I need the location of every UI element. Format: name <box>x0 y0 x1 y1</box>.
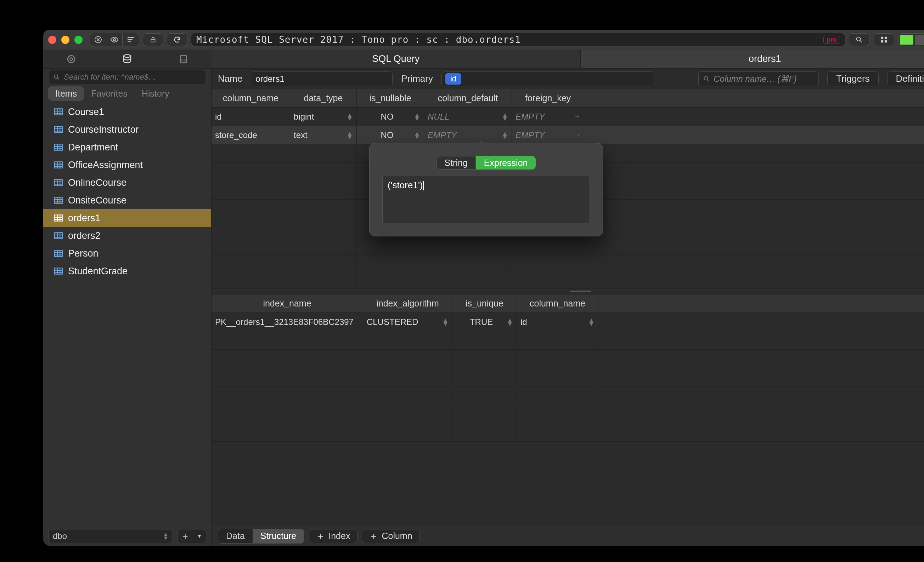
header-column-name[interactable]: column_name <box>212 89 290 107</box>
header-column-default[interactable]: column_default <box>424 89 512 107</box>
sidebar-search-input[interactable] <box>64 73 201 82</box>
sidebar-item-onlinecourse[interactable]: OnlineCourse <box>43 174 211 191</box>
sidebar-item-course1[interactable]: Course1 <box>43 103 211 121</box>
header-index-column[interactable]: column_name <box>517 294 598 312</box>
sidebar-item-officeassignment[interactable]: OfficeAssignment <box>43 156 211 174</box>
cell-column-default[interactable]: NULL▲▼ <box>424 108 512 126</box>
refresh-icon[interactable] <box>167 33 188 46</box>
table-icon <box>54 214 63 222</box>
sql-file-icon[interactable]: SQL <box>156 49 212 68</box>
triggers-button[interactable]: Triggers <box>827 72 878 86</box>
close-window-button[interactable] <box>48 36 56 44</box>
add-table-dropdown[interactable]: ▼ <box>193 529 206 543</box>
sidebar-item-orders2[interactable]: orders2 <box>43 227 211 245</box>
popover-expression-textarea[interactable]: ('store1') <box>382 176 590 223</box>
cell-is-nullable[interactable]: NO▲▼ <box>357 108 424 126</box>
primary-key-field[interactable]: id <box>441 72 654 86</box>
table-icon <box>54 108 63 116</box>
cell-foreign-key[interactable]: EMPTY→ <box>512 126 584 144</box>
sidebar-item-onsitecourse[interactable]: OnsiteCourse <box>43 191 211 209</box>
stepper-icon[interactable]: ▲▼ <box>502 113 508 120</box>
sidebar-tab-history[interactable]: History <box>135 86 177 101</box>
left-panel-toggle[interactable] <box>900 35 914 45</box>
pane-splitter[interactable] <box>212 288 924 294</box>
database-icon[interactable] <box>99 49 155 68</box>
lines-icon[interactable] <box>123 33 139 46</box>
sidebar-tab-favorites[interactable]: Favorites <box>84 86 135 101</box>
column-row[interactable]: idbigint▲▼NO▲▼NULL▲▼EMPTY→ <box>212 108 924 126</box>
svg-point-12 <box>70 58 73 61</box>
sidebar-tab-items[interactable]: Items <box>48 86 84 101</box>
path-bar[interactable]: Microsoft SQL Server 2017 : Tono pro : s… <box>191 33 845 46</box>
definition-button[interactable]: Definition <box>887 72 924 86</box>
cell-data-type[interactable]: text▲▼ <box>290 126 357 144</box>
header-foreign-key[interactable]: foreign_key <box>512 89 584 107</box>
cell-column-name[interactable]: store_code <box>212 126 290 144</box>
sidebar-item-person[interactable]: Person <box>43 245 211 262</box>
cell-is-unique[interactable]: TRUE▲▼ <box>452 313 517 331</box>
segment-structure[interactable]: Structure <box>253 529 304 543</box>
popover-tab-expression[interactable]: Expression <box>476 156 536 169</box>
cell-column-name[interactable]: id <box>212 108 290 126</box>
tab-orders1[interactable]: orders1 <box>581 49 924 68</box>
stepper-icon[interactable]: ▲▼ <box>442 318 448 326</box>
svg-rect-17 <box>54 109 62 115</box>
eye-icon[interactable] <box>106 33 123 46</box>
subheader: SQL SQL Query orders1 <box>43 49 924 69</box>
add-index-button[interactable]: ＋Index <box>309 529 357 543</box>
sidebar-list: Course1CourseInstructorDepartmentOfficeA… <box>43 101 211 526</box>
cell-column-default[interactable]: EMPTY▲▼ <box>424 126 512 144</box>
column-row[interactable]: store_codetext▲▼NO▲▼EMPTY▲▼EMPTY→ <box>212 126 924 144</box>
schema-value: dbo <box>53 531 67 541</box>
cancel-query-icon[interactable] <box>90 33 106 46</box>
popover-tab-string[interactable]: String <box>436 156 476 169</box>
search-icon[interactable] <box>849 33 870 46</box>
cell-index-name[interactable]: PK__orders1__3213E83F06BC2397 <box>212 313 363 331</box>
table-name-input[interactable] <box>251 72 393 86</box>
header-index-name[interactable]: index_name <box>212 294 363 312</box>
sidebar-item-department[interactable]: Department <box>43 138 211 156</box>
minimize-window-button[interactable] <box>61 36 69 44</box>
add-table-button[interactable]: ＋ <box>177 529 193 543</box>
header-is-unique[interactable]: is_unique <box>452 294 517 312</box>
stepper-icon[interactable]: ▲▼ <box>414 132 420 139</box>
header-index-algorithm[interactable]: index_algorithm <box>363 294 452 312</box>
stepper-icon[interactable]: ▲▼ <box>507 318 513 326</box>
tab-sql-query[interactable]: SQL Query <box>212 49 581 68</box>
connections-icon[interactable] <box>43 49 99 68</box>
sidebar-item-label: OnsiteCourse <box>68 195 126 206</box>
svg-rect-25 <box>54 250 62 256</box>
stepper-icon[interactable]: ▲▼ <box>346 132 353 139</box>
cell-data-type[interactable]: bigint▲▼ <box>290 108 357 126</box>
stepper-icon[interactable]: ▲▼ <box>414 113 420 120</box>
lock-icon[interactable] <box>143 33 164 46</box>
column-search-placeholder: Column name… (⌘F) <box>714 74 797 84</box>
segment-data[interactable]: Data <box>218 529 253 543</box>
sidebar-mode-icons: SQL <box>43 49 212 68</box>
cell-index-algo[interactable]: CLUSTERED▲▼ <box>363 313 452 331</box>
cell-foreign-key[interactable]: EMPTY→ <box>512 108 584 126</box>
arrow-right-icon[interactable]: → <box>574 113 580 120</box>
stepper-icon[interactable]: ▲▼ <box>346 113 353 120</box>
stepper-icon[interactable]: ▲▼ <box>502 132 508 139</box>
sidebar-item-orders1[interactable]: orders1 <box>43 209 211 227</box>
header-is-nullable[interactable]: is_nullable <box>357 89 424 107</box>
columns-header-row: column_name data_type is_nullable column… <box>212 89 924 108</box>
column-search[interactable]: Column name… (⌘F) <box>698 72 819 86</box>
sidebar-item-courseinstructor[interactable]: CourseInstructor <box>43 121 211 138</box>
arrow-right-icon[interactable]: → <box>574 131 580 139</box>
zoom-window-button[interactable] <box>74 36 82 44</box>
header-data-type[interactable]: data_type <box>290 89 357 107</box>
grid-icon[interactable] <box>874 33 894 46</box>
bottom-panel-toggle[interactable] <box>915 35 924 45</box>
index-row[interactable]: PK__orders1__3213E83F06BC2397CLUSTERED▲▼… <box>212 313 924 331</box>
sidebar-search[interactable] <box>49 70 206 84</box>
table-icon <box>54 250 63 257</box>
sidebar-item-studentgrade[interactable]: StudentGrade <box>43 262 211 280</box>
schema-select[interactable]: dbo ▲▼ <box>48 529 173 543</box>
cell-index-column[interactable]: id▲▼ <box>517 313 598 331</box>
add-column-button[interactable]: ＋Column <box>362 529 420 543</box>
sidebar-item-label: OfficeAssignment <box>68 160 143 170</box>
stepper-icon[interactable]: ▲▼ <box>588 318 594 326</box>
cell-is-nullable[interactable]: NO▲▼ <box>357 126 424 144</box>
